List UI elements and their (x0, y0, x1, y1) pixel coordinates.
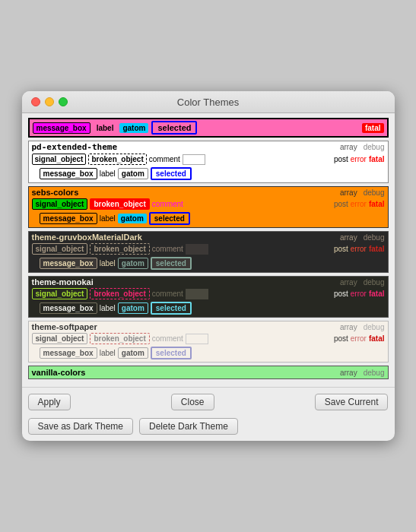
window-title: Color Themes (177, 97, 239, 108)
post-label-6: post (334, 334, 348, 343)
traffic-lights (31, 97, 68, 106)
msgbox-tag-5: message_box (40, 302, 97, 314)
gatom-tag-4: gatom (118, 258, 148, 269)
array-label-4: array (340, 233, 357, 242)
theme-name-monokai: theme-monokai (32, 277, 94, 287)
gatom-tag-6: gatom (118, 347, 148, 359)
debug-label-5: debug (364, 278, 385, 287)
maximize-button[interactable] (59, 97, 68, 106)
theme-row-softpaper[interactable]: theme-softpaper array debug signal_objec… (28, 321, 389, 363)
msgbox-tag-2: message_box (40, 168, 97, 179)
label-tag-6: label (100, 349, 116, 357)
debug-label-6: debug (364, 323, 385, 331)
msgbox-tag-3: message_box (40, 213, 97, 224)
fatal-tag: fatal (362, 123, 384, 133)
selected-tag-2: selected (151, 167, 192, 180)
array-label-7: array (340, 369, 357, 377)
debug-label-2: debug (364, 143, 385, 151)
broken-tag-6: broken_object (90, 333, 149, 344)
comment-tag-5: comment (152, 290, 183, 298)
comment-tag-6: comment (152, 334, 183, 343)
label-tag-4: label (100, 259, 116, 268)
theme-name-vanilla: vanilla-colors (32, 368, 86, 377)
post-label-3: post (334, 200, 348, 208)
msgbox-tag-6: message_box (40, 347, 97, 359)
theme-row-pd-extended[interactable]: pd-extended-theme array debug signal_obj… (28, 141, 389, 183)
fatal-label-4: fatal (369, 245, 385, 253)
array-label-6: array (340, 323, 357, 331)
close-button[interactable] (31, 97, 40, 106)
fatal-label-5: fatal (369, 290, 385, 298)
themes-list: message_box label gatom selected fatal p… (22, 113, 395, 387)
theme-row-monokai[interactable]: theme-monokai array debug signal_object … (28, 276, 389, 318)
comment-tag-2: comment (149, 155, 180, 163)
label-tag-2: label (100, 169, 116, 178)
apply-button[interactable]: Apply (28, 394, 71, 410)
debug-label-4: debug (364, 233, 385, 242)
signal-tag-2: signal_object (32, 154, 87, 165)
broken-tag-3: broken_object (90, 198, 149, 210)
error-label-3: error (351, 200, 367, 208)
error-label-4: error (351, 245, 367, 253)
theme-name-softpaper: theme-softpaper (32, 322, 97, 331)
comment-tag-3: comment (152, 200, 183, 208)
msgbox-tag-4: message_box (40, 258, 97, 269)
signal-tag-4: signal_object (32, 243, 88, 255)
selected-tag-4: selected (151, 257, 192, 270)
error-label-2: error (351, 155, 367, 163)
label-tag: label (94, 123, 117, 133)
signal-tag-3: signal_object (32, 198, 88, 210)
error-label-6: error (351, 334, 367, 343)
array-label-2: array (340, 143, 357, 151)
label-tag-3: label (100, 214, 116, 223)
fatal-label-6: fatal (369, 334, 385, 343)
theme-row-vanilla[interactable]: vanilla-colors array debug (28, 366, 389, 379)
save-dark-button[interactable]: Save as Dark Theme (28, 418, 134, 435)
color-themes-window: Color Themes message_box label gatom sel… (22, 91, 395, 441)
button-row-2: Save as Dark Theme Delete Dark Theme (22, 416, 395, 441)
theme-name-sebs: sebs-colors (32, 188, 79, 197)
delete-dark-button[interactable]: Delete Dark Theme (139, 418, 238, 435)
broken-tag-2: broken_object (88, 154, 146, 165)
minimize-button[interactable] (45, 97, 54, 106)
selected-tag-5: selected (151, 302, 192, 315)
color-swatch-5 (186, 289, 208, 299)
selected-tag: selected (151, 121, 197, 135)
color-swatch-2 (183, 154, 205, 165)
array-label-5: array (340, 278, 357, 287)
debug-label-3: debug (364, 188, 385, 197)
post-label-5: post (334, 290, 348, 298)
post-label-4: post (334, 245, 348, 253)
color-swatch-4 (186, 244, 208, 255)
gatom-tag-3: gatom (118, 214, 147, 223)
close-button-bottom[interactable]: Close (171, 394, 214, 410)
theme-row-sebs[interactable]: sebs-colors array debug signal_object br… (28, 186, 389, 228)
theme-row-gruvbox[interactable]: theme-gruvboxMaterialDark array debug si… (28, 231, 389, 273)
selected-tag-3: selected (149, 212, 190, 225)
post-label-2: post (334, 155, 348, 163)
theme-name-pd-extended: pd-extended-theme (32, 142, 118, 152)
color-swatch-6 (186, 334, 208, 344)
color-swatch-3 (186, 199, 208, 210)
button-row-1: Apply Close Save Current (22, 387, 395, 416)
fatal-label-3: fatal (369, 200, 385, 208)
broken-tag-4: broken_object (90, 243, 149, 255)
gatom-tag-5: gatom (118, 302, 148, 314)
array-label-3: array (340, 188, 357, 197)
selected-tag-6: selected (151, 347, 192, 359)
save-current-button[interactable]: Save Current (315, 394, 389, 410)
fatal-label-2: fatal (369, 155, 385, 163)
signal-tag-5: signal_object (32, 288, 88, 299)
titlebar: Color Themes (22, 91, 395, 113)
error-label-5: error (351, 290, 367, 298)
comment-tag-4: comment (152, 245, 183, 253)
theme-row-1[interactable]: message_box label gatom selected fatal (28, 118, 389, 138)
theme-name-gruvbox: theme-gruvboxMaterialDark (32, 233, 143, 242)
gatom-tag: gatom (119, 123, 148, 133)
label-tag-5: label (100, 304, 116, 312)
signal-tag: message_box (33, 122, 91, 134)
signal-tag-6: signal_object (32, 333, 88, 344)
broken-tag-5: broken_object (90, 288, 149, 299)
debug-label-7: debug (364, 369, 385, 377)
gatom-tag-2: gatom (118, 168, 148, 179)
